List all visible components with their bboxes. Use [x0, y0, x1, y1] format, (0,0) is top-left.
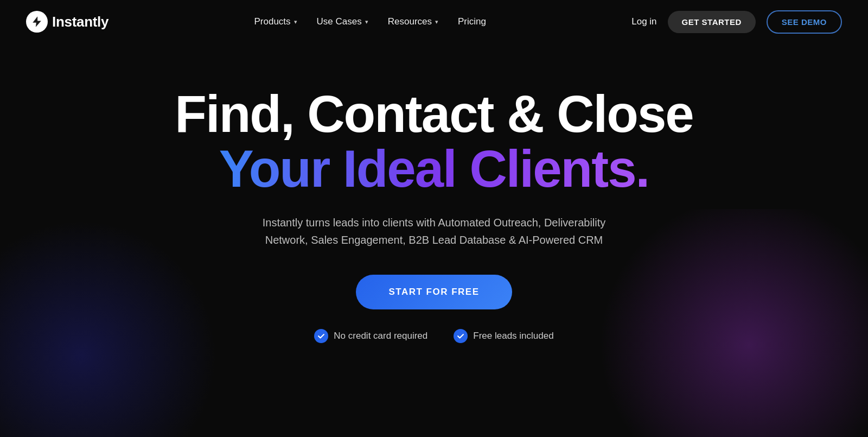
check-circle-icon-2	[454, 329, 468, 343]
nav-use-cases[interactable]: Use Cases ▾	[317, 16, 368, 27]
hero-headline-line2: Your Ideal Clients.	[219, 142, 649, 197]
chevron-down-icon: ▾	[294, 18, 297, 26]
chevron-down-icon: ▾	[365, 18, 368, 26]
nav-resources-label: Resources	[388, 16, 432, 27]
chevron-down-icon: ▾	[435, 18, 438, 26]
checkmark-icon	[317, 332, 325, 340]
get-started-button[interactable]: GET STARTED	[668, 11, 756, 33]
login-link[interactable]: Log in	[631, 16, 656, 27]
nav-right: Log in GET STARTED SEE DEMO	[631, 10, 842, 34]
navbar: Instantly Products ▾ Use Cases ▾ Resourc…	[0, 0, 868, 43]
logo-text: Instantly	[52, 14, 108, 30]
start-for-free-button[interactable]: START FOR FREE	[356, 275, 512, 309]
badge-no-credit-card: No credit card required	[314, 329, 427, 343]
trust-badges: No credit card required Free leads inclu…	[314, 329, 553, 343]
badge-no-credit-card-text: No credit card required	[334, 331, 427, 341]
nav-use-cases-label: Use Cases	[317, 16, 362, 27]
badge-free-leads: Free leads included	[454, 329, 553, 343]
hero-headline-line1: Find, Contact & Close	[175, 87, 693, 142]
logo-icon	[26, 11, 48, 33]
check-circle-icon	[314, 329, 328, 343]
nav-products[interactable]: Products ▾	[254, 16, 297, 27]
hero-subtitle: Instantly turns leads into clients with …	[244, 214, 624, 249]
hero-section: Find, Contact & Close Your Ideal Clients…	[0, 43, 868, 343]
logo-area: Instantly	[26, 11, 108, 33]
nav-center: Products ▾ Use Cases ▾ Resources ▾ Prici…	[254, 16, 486, 27]
checkmark-icon-2	[457, 332, 464, 340]
see-demo-button[interactable]: SEE DEMO	[767, 10, 842, 34]
nav-pricing-label: Pricing	[458, 16, 486, 27]
nav-pricing[interactable]: Pricing	[458, 16, 486, 27]
nav-products-label: Products	[254, 16, 291, 27]
badge-free-leads-text: Free leads included	[473, 331, 553, 341]
nav-resources[interactable]: Resources ▾	[388, 16, 438, 27]
